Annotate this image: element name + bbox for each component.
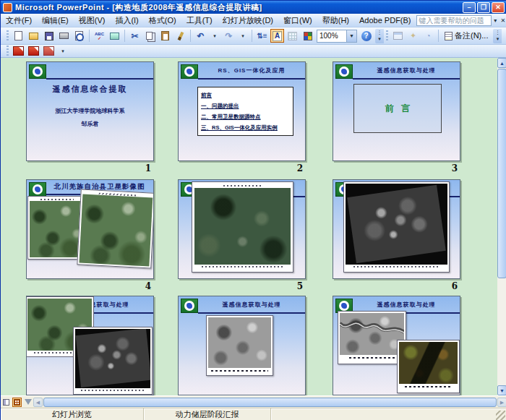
- university-globe-logo-icon: [29, 182, 46, 197]
- menu-tools[interactable]: 工具(T): [181, 14, 218, 27]
- show-formatting-icon[interactable]: A: [270, 29, 284, 43]
- menu-file[interactable]: 文件(F): [1, 14, 37, 27]
- adobe-pdf-toolbar: ▾: [1, 45, 506, 58]
- slide-design-icon[interactable]: [391, 29, 405, 43]
- slide9-title: 遥感信息获取与处理: [355, 301, 458, 309]
- spelling-icon[interactable]: ABC✓: [93, 29, 106, 43]
- toolbar-drag-handle[interactable]: [7, 30, 9, 42]
- animation-scheme-icon[interactable]: ✦: [406, 29, 420, 43]
- horizontal-scroll-row: ◀ ▶: [1, 395, 506, 408]
- copy-icon[interactable]: [143, 29, 157, 43]
- horizontal-scrollbar[interactable]: [43, 398, 497, 407]
- menu-window[interactable]: 窗口(W): [278, 14, 317, 27]
- slide-thumbnail-6[interactable]: 6: [333, 179, 460, 279]
- slide3-body: 前言: [378, 103, 417, 115]
- save-icon[interactable]: [42, 29, 56, 43]
- open-icon[interactable]: [27, 29, 40, 43]
- divider: [46, 78, 153, 80]
- resize-grip[interactable]: [496, 411, 505, 420]
- zoom-combo[interactable]: 100% ▼: [317, 30, 357, 43]
- restore-button[interactable]: ❐: [477, 2, 490, 13]
- divider: [353, 78, 460, 80]
- minimize-button[interactable]: –: [463, 2, 476, 13]
- scroll-left-icon[interactable]: ◀: [33, 398, 43, 407]
- menu-help[interactable]: 帮助(H): [317, 14, 354, 27]
- convert-and-review-icon[interactable]: [42, 44, 56, 58]
- show-grid-icon[interactable]: [286, 29, 299, 43]
- vertical-scroll-thumb[interactable]: [497, 69, 506, 278]
- slide2-outline-box: 前言 一、问题的提出 二、常用卫星数据源特点 三、RS、GIS一体化及应用实例: [197, 87, 293, 136]
- slide3-body-box: 前言: [353, 84, 442, 133]
- menu-format[interactable]: 格式(O): [144, 14, 181, 27]
- vertical-scrollbar[interactable]: ▲ ▼: [497, 58, 506, 395]
- close-button[interactable]: ✕: [492, 2, 505, 13]
- normal-view-button[interactable]: [1, 398, 11, 407]
- notes-button[interactable]: 备注(N)...: [442, 29, 491, 43]
- slide1-subtitle: 浙江大学理学院地球科学系: [27, 107, 153, 115]
- format-painter-icon[interactable]: [173, 29, 187, 43]
- rehearse-timings-icon[interactable]: ◔: [421, 29, 435, 43]
- menu-slideshow[interactable]: 幻灯片放映(D): [218, 14, 278, 27]
- slide-thumbnail-2[interactable]: RS、GIS一体化及应用 前言 一、问题的提出 二、常用卫星数据源特点 三、RS…: [178, 61, 306, 161]
- slide-sorter-view-button[interactable]: [12, 398, 22, 407]
- menu-view[interactable]: 视图(V): [74, 14, 111, 27]
- help-question-input[interactable]: 键入需要帮助的问题: [416, 15, 492, 26]
- outline-item: 一、问题的提出: [201, 100, 290, 111]
- print-icon[interactable]: [57, 29, 71, 43]
- standard-toolbar: ABC✓ ✂ ↶ ▾ ↷ ▾ ⇅≡ A 100% ▼ ? ⋮▾ ✦ ◔ 备注(N…: [1, 27, 506, 45]
- university-globe-logo-icon: [335, 64, 353, 79]
- toolbar-drag-handle[interactable]: [386, 30, 388, 42]
- convert-to-pdf-icon[interactable]: [12, 44, 25, 58]
- zoom-dropdown-icon[interactable]: ▼: [346, 30, 356, 42]
- research-icon[interactable]: [108, 29, 121, 43]
- slide-thumbnail-3[interactable]: 遥感信息获取与处理 前言 3: [333, 61, 460, 161]
- cut-icon[interactable]: ✂: [128, 29, 142, 43]
- slide-thumbnail-1[interactable]: 遥感信息综合提取 浙江大学理学院地球科学系 邹乐君 1: [26, 61, 154, 161]
- grayscale-map-frame: [343, 181, 450, 273]
- slide-thumbnail-8[interactable]: 遥感信息获取与处理 8: [178, 296, 306, 395]
- satellite-image-right: [77, 189, 154, 268]
- satellite-image-gray: [73, 327, 153, 395]
- toolbar-overflow-icon[interactable]: ⋮▾: [493, 29, 502, 43]
- scroll-down-icon[interactable]: ▼: [497, 385, 506, 395]
- slide2-title: RS、GIS一体化及应用: [200, 67, 303, 74]
- scroll-up-icon[interactable]: ▲: [497, 58, 506, 68]
- title-bar: Microsoft PowerPoint - [构造地质2008年遥感信息综合提…: [1, 1, 506, 14]
- redo-icon[interactable]: ↷: [222, 29, 236, 43]
- paste-icon[interactable]: [158, 29, 172, 43]
- slide-number: 2: [297, 163, 303, 173]
- pdf-toolbar-dropdown-icon[interactable]: ▾: [57, 46, 69, 56]
- horizontal-scroll-thumb[interactable]: [43, 398, 497, 407]
- redo-dropdown-icon[interactable]: ▾: [237, 30, 249, 41]
- slide-sorter-pane[interactable]: 遥感信息综合提取 浙江大学理学院地球科学系 邹乐君 1 RS、GIS一体化及应用…: [1, 58, 506, 395]
- scroll-right-icon[interactable]: ▶: [497, 398, 506, 407]
- outline-item: 前言: [201, 90, 290, 100]
- divider: [198, 312, 305, 314]
- close-document-icon[interactable]: ✕: [499, 15, 506, 26]
- menu-insert[interactable]: 插入(I): [110, 14, 143, 27]
- color-grayscale-icon[interactable]: [301, 29, 314, 43]
- status-bar: 幻灯片浏览 动力储层阶段汇报: [1, 408, 506, 420]
- slideshow-view-button[interactable]: [23, 398, 33, 407]
- outline-item: 三、RS、GIS一体化及应用实例: [201, 122, 290, 133]
- help-icon[interactable]: ?: [359, 29, 373, 43]
- slide-thumbnail-4[interactable]: 北川羌族自治县卫星影像图 4: [26, 179, 154, 279]
- convert-and-email-icon[interactable]: [27, 44, 40, 58]
- slide-thumbnail-9[interactable]: 遥感信息获取与处理 9: [333, 296, 460, 395]
- toolbar-overflow-icon[interactable]: ⋮▾: [375, 29, 384, 43]
- print-preview-icon[interactable]: [72, 29, 86, 43]
- menu-adobe-pdf[interactable]: Adobe PDF(B): [354, 14, 416, 26]
- slide1-author: 邹乐君: [27, 120, 153, 128]
- powerpoint-app-icon: [3, 3, 12, 12]
- undo-icon[interactable]: ↶: [194, 29, 207, 43]
- river-course-graphic: [340, 313, 404, 355]
- slide-thumbnail-5[interactable]: 5: [178, 179, 306, 279]
- undo-dropdown-icon[interactable]: ▾: [209, 30, 220, 41]
- slide-thumbnail-7[interactable]: 遥感信息获取与处理 7: [26, 296, 154, 395]
- zoom-value: 100%: [317, 32, 346, 40]
- toolbar-drag-handle[interactable]: [7, 46, 9, 57]
- help-dropdown-icon[interactable]: ▾: [492, 15, 499, 26]
- expand-all-icon[interactable]: ⇅≡: [255, 29, 269, 43]
- menu-edit[interactable]: 编辑(E): [37, 14, 74, 27]
- new-document-icon[interactable]: [12, 29, 25, 43]
